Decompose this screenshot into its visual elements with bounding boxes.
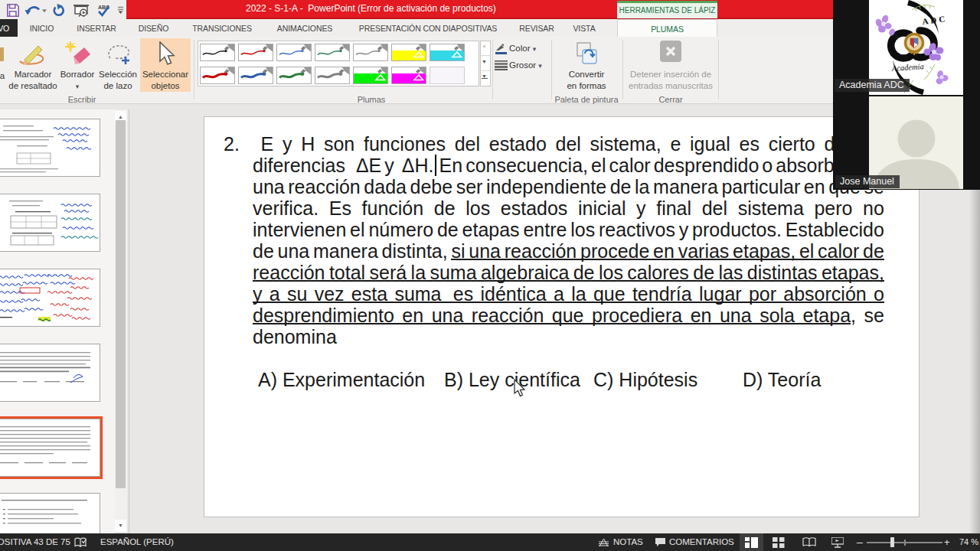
svg-text:ADC: ADC [922, 14, 948, 26]
svg-text:Academia: Academia [890, 62, 924, 73]
